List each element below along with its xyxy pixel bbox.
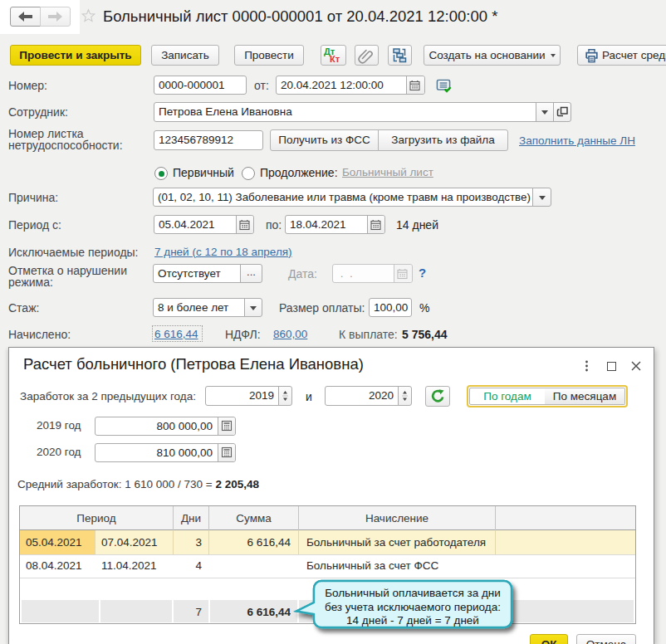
- svg-text:Больничный оплачивается за дни: Больничный оплачивается за дни: [325, 587, 501, 599]
- svg-text:без учета исключаемого периода: без учета исключаемого периода:: [325, 601, 501, 613]
- svg-text:14 дней - 7 дней = 7 дней: 14 дней - 7 дней = 7 дней: [346, 614, 479, 627]
